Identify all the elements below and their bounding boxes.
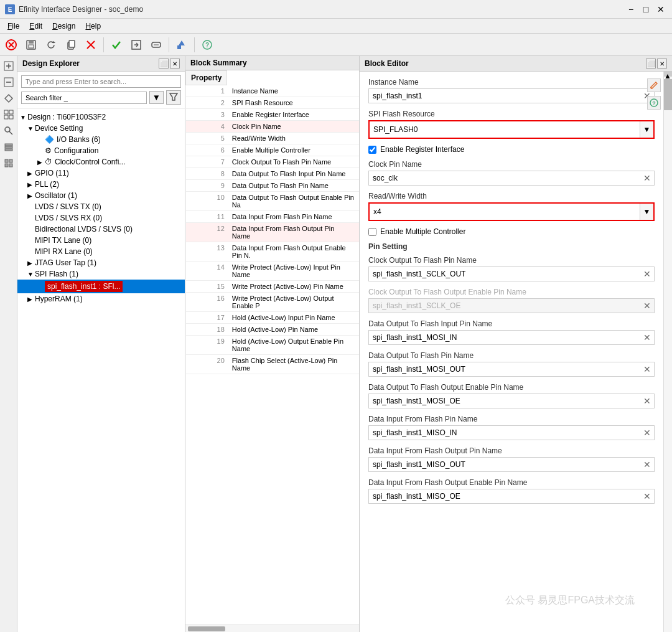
close-button[interactable]: ✕ — [655, 3, 667, 16]
bs-table-row[interactable]: 10Data Output To Flash Output Enable Pin… — [186, 192, 360, 211]
bs-table-row[interactable]: 4Clock Pin Name — [186, 121, 360, 133]
spi-resource-dropdown-arrow[interactable]: ▼ — [640, 121, 653, 138]
clk-out-flash-clear-btn[interactable]: ✕ — [640, 267, 654, 281]
tree-arrow-hyperram[interactable]: ▶ — [27, 296, 35, 303]
toolbar-design-btn[interactable] — [173, 36, 190, 54]
clk-out-flash-input[interactable] — [369, 267, 640, 281]
enable-multiple-checkbox[interactable] — [368, 228, 376, 236]
be-edit-icon-btn[interactable] — [647, 78, 661, 92]
tree-item-lvds-tx[interactable]: LVDS / SLVS TX (0) — [17, 201, 185, 212]
data-out-flash-in-input[interactable] — [369, 331, 640, 344]
menu-file[interactable]: File — [2, 21, 24, 32]
tree-arrow-jtag[interactable]: ▶ — [27, 260, 35, 266]
data-in-flash-oe-clear-btn[interactable]: ✕ — [640, 489, 654, 503]
tree-arrow-spi[interactable]: ▼ — [27, 271, 35, 278]
data-out-flash-input[interactable] — [369, 362, 640, 376]
tree-item-hyperram[interactable]: ▶ HyperRAM (1) — [17, 293, 185, 304]
panel-float-btn[interactable]: ⬜ — [159, 59, 169, 68]
bs-table-row[interactable]: 7Clock Output To Flash Pin Name — [186, 156, 360, 168]
bs-table-row[interactable]: 5Read/Write Width — [186, 133, 360, 144]
toolbar-close-btn[interactable] — [2, 36, 20, 54]
bs-table-row[interactable]: 20Flash Chip Select (Active-Low) Pin Nam… — [186, 355, 360, 374]
data-out-flash-in-clear-btn[interactable]: ✕ — [640, 331, 654, 344]
menu-edit[interactable]: Edit — [24, 21, 47, 32]
data-out-flash-oe-input[interactable] — [369, 394, 640, 408]
bs-table-row[interactable]: 6Enable Multiple Controller — [186, 144, 360, 156]
sidebar-icon-add[interactable] — [1, 59, 16, 73]
panel-close-btn[interactable]: ✕ — [170, 59, 180, 68]
rw-width-dropdown-arrow[interactable]: ▼ — [640, 204, 653, 220]
data-in-flash-out-clear-btn[interactable]: ✕ — [640, 458, 654, 471]
toolbar-export-btn[interactable] — [128, 36, 145, 54]
tree-arrow-osc[interactable]: ▶ — [27, 192, 35, 199]
tree-item-config[interactable]: ⚙ Configuration — [17, 145, 185, 156]
tree-item-mipi-rx[interactable]: MIPI RX Lane (0) — [17, 246, 185, 257]
bs-table-row[interactable]: 12Data Input From Flash Output Pin Name — [186, 223, 360, 242]
tree-arrow-design[interactable]: ▼ — [20, 114, 27, 121]
bs-table-row[interactable]: 18Hold (Active-Low) Pin Name — [186, 324, 360, 336]
bs-scrollbar[interactable] — [185, 625, 359, 632]
minimize-button[interactable]: − — [625, 3, 637, 16]
toolbar-copy-btn[interactable] — [62, 36, 80, 54]
tree-item-gpio[interactable]: ▶ GPIO (11) — [17, 167, 185, 179]
data-in-flash-input[interactable] — [369, 426, 640, 440]
tree-item-device-setting[interactable]: ▼ Device Setting — [17, 123, 185, 134]
filter-dropdown-btn[interactable]: ▼ — [149, 91, 164, 104]
bs-table-row[interactable]: 16Write Protect (Active-Low) Output Enab… — [186, 293, 360, 312]
bs-table-row[interactable]: 3Enable Register Interface — [186, 109, 360, 121]
tree-item-osc[interactable]: ▶ Oscillator (1) — [17, 190, 185, 201]
bs-table-row[interactable]: 11Data Input From Flash Pin Name — [186, 211, 360, 223]
be-scroll-thumb[interactable] — [664, 79, 672, 110]
data-out-flash-oe-clear-btn[interactable]: ✕ — [640, 394, 654, 408]
bs-table-row[interactable]: 8Data Output To Flash Input Pin Name — [186, 168, 360, 180]
be-close-btn[interactable]: ✕ — [657, 59, 667, 68]
bs-table-row[interactable]: 2SPI Flash Resource — [186, 97, 360, 109]
tree-item-mipi-tx[interactable]: MIPI TX Lane (0) — [17, 235, 185, 246]
menu-help[interactable]: Help — [80, 21, 106, 32]
enable-register-checkbox[interactable] — [368, 146, 376, 154]
menu-design[interactable]: Design — [47, 21, 80, 32]
clk-out-flash-oe-clear-btn[interactable]: ✕ — [640, 299, 654, 313]
data-out-flash-clear-btn[interactable]: ✕ — [640, 362, 654, 376]
instance-name-input[interactable] — [369, 89, 640, 103]
sidebar-icon-search[interactable] — [1, 123, 16, 138]
data-in-flash-oe-input[interactable] — [369, 489, 640, 503]
sidebar-icon-grid[interactable] — [1, 107, 16, 122]
tree-item-spi[interactable]: ▼ SPI Flash (1) — [17, 268, 185, 280]
tree-item-spi-inst[interactable]: spi_flash_inst1 : SFl... — [17, 280, 185, 293]
be-question-icon-btn[interactable]: ? — [647, 96, 661, 110]
toolbar-help-btn[interactable]: ? — [198, 36, 216, 54]
tree-arrow-gpio[interactable]: ▶ — [27, 170, 35, 177]
bs-table-row[interactable]: 13Data Input From Flash Output Enable Pi… — [186, 242, 360, 262]
search-filter-input[interactable] — [21, 92, 147, 104]
bs-table-row[interactable]: 14Write Protect (Active-Low) Input Pin N… — [186, 262, 360, 281]
maximize-button[interactable]: □ — [640, 3, 652, 16]
tree-arrow-device[interactable]: ▼ — [27, 125, 35, 132]
tree-item-jtag[interactable]: ▶ JTAG User Tap (1) — [17, 257, 185, 268]
tree-item-bidi[interactable]: Bidirectional LVDS / SLVS (0) — [17, 224, 185, 235]
tree-arrow-clock[interactable]: ▶ — [37, 159, 45, 166]
enable-multiple-label[interactable]: Enable Multiple Controller — [380, 227, 465, 236]
toolbar-save-btn[interactable] — [22, 36, 40, 54]
toolbar-refresh-btn[interactable] — [42, 36, 60, 54]
sidebar-icon-expand[interactable] — [1, 75, 16, 90]
bs-table-row[interactable]: 15Write Protect (Active-Low) Pin Name — [186, 281, 360, 293]
bs-table-row[interactable]: 17Hold (Active-Low) Input Pin Name — [186, 312, 360, 324]
tree-item-design[interactable]: ▼ Design : Ti60F100S3F2 — [17, 111, 185, 123]
sidebar-icon-diamond[interactable] — [1, 91, 16, 106]
bs-table-row[interactable]: 9Data Output To Flash Pin Name — [186, 180, 360, 192]
tree-item-clock[interactable]: ▶ ⏱ Clock/Control Confi... — [17, 156, 185, 167]
tree-arrow-pll[interactable]: ▶ — [27, 181, 35, 188]
data-in-flash-out-input[interactable] — [369, 458, 640, 471]
data-in-flash-clear-btn[interactable]: ✕ — [640, 426, 654, 440]
bs-table-row[interactable]: 19Hold (Active-Low) Output Enable Pin Na… — [186, 336, 360, 355]
search-input[interactable] — [21, 75, 181, 88]
rw-width-select[interactable]: x4 ▼ — [368, 202, 655, 221]
toolbar-link-btn[interactable] — [147, 36, 165, 54]
toolbar-delete-btn[interactable] — [82, 36, 100, 54]
tree-item-io-banks[interactable]: 🔷 I/O Banks (6) — [17, 134, 185, 145]
tree-item-pll[interactable]: ▶ PLL (2) — [17, 179, 185, 190]
spi-resource-select[interactable]: SPI_FLASH0 ▼ — [368, 120, 655, 139]
be-scroll-up-arrow[interactable]: ▲ — [664, 72, 672, 77]
clock-pin-input[interactable] — [369, 171, 640, 185]
